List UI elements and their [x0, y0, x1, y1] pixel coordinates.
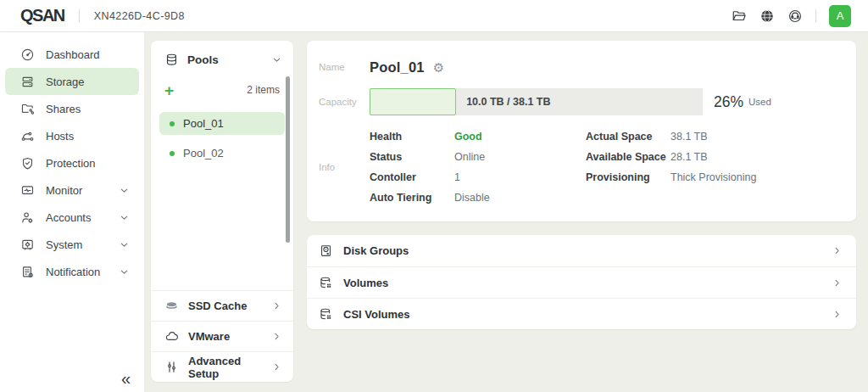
section-vmware[interactable]: VMware — [151, 321, 293, 351]
chevron-right-icon — [832, 310, 842, 319]
volumes-icon — [319, 276, 333, 290]
health-status-value: Good — [454, 131, 482, 143]
hosts-icon — [20, 129, 35, 143]
logo-divider — [79, 9, 80, 22]
sidebar-item-protection[interactable]: Protection — [5, 149, 139, 176]
info-pair-status: Status Online — [370, 147, 586, 167]
section-label: SSD Cache — [188, 300, 263, 312]
chevron-right-icon — [832, 278, 842, 288]
info-pair-label: Available Space — [586, 151, 670, 163]
info-pair-available-space: Available Space 28.1 TB — [586, 147, 756, 167]
section-label: VMware — [188, 330, 263, 343]
info-row: Info Health Good Status Online — [319, 126, 843, 208]
vmware-cloud-icon — [164, 329, 179, 344]
capacity-bar: 10.0 TB / 38.1 TB — [370, 88, 703, 115]
sidebar-item-system[interactable]: System — [5, 231, 139, 258]
chevron-down-icon[interactable] — [272, 55, 281, 64]
add-pool-button[interactable]: + — [164, 82, 174, 98]
avatar[interactable]: A — [829, 5, 851, 27]
info-pair-label: Contoller — [370, 171, 454, 183]
subsection-label: CSI Volumes — [343, 308, 822, 321]
info-pair-label: Health — [370, 131, 454, 143]
sidebar-item-accounts[interactable]: Accounts — [5, 204, 139, 231]
info-column-left: Health Good Status Online Contoller 1 — [370, 126, 586, 208]
pool-name: Pool_01 — [183, 117, 224, 130]
section-advanced-setup[interactable]: Advanced Setup — [151, 351, 293, 382]
disk-groups-row[interactable]: Disk Groups — [307, 235, 856, 266]
sidebar-item-dashboard[interactable]: Dashboard — [5, 41, 139, 68]
subsection-label: Disk Groups — [343, 244, 822, 257]
csi-volumes-row[interactable]: CSI Volumes — [307, 298, 856, 329]
capacity-row: Capacity 10.0 TB / 38.1 TB 26% Used — [319, 88, 843, 115]
pools-database-icon — [164, 53, 179, 67]
protection-icon — [20, 156, 35, 171]
chevron-right-icon — [272, 301, 281, 311]
chevron-down-icon — [120, 267, 129, 277]
shares-icon — [20, 102, 35, 116]
info-grid: Health Good Status Online Contoller 1 — [370, 126, 756, 208]
name-label: Name — [319, 62, 370, 72]
sidebar-item-label: Hosts — [46, 130, 129, 143]
globe-icon[interactable] — [760, 8, 775, 24]
info-pair-auto-tiering: Auto Tiering Disable — [370, 188, 586, 208]
scrollbar[interactable] — [286, 76, 290, 243]
section-ssd-cache[interactable]: SSD Cache — [151, 290, 293, 321]
sidebar-item-label: Shares — [46, 103, 129, 115]
sidebar-item-shares[interactable]: Shares — [5, 95, 139, 122]
topbar-actions: A — [732, 5, 851, 27]
pools-toolbar: + 2 items — [151, 78, 293, 102]
volumes-row[interactable]: Volumes — [307, 266, 856, 298]
info-column-right: Actual Space 38.1 TB Available Space 28.… — [586, 126, 756, 208]
device-name: XN4226D-4C-9D8 — [94, 10, 185, 22]
content-area: Pools + 2 items Pool_01 Pool_02 — [144, 32, 868, 392]
section-label: Advanced Setup — [188, 355, 263, 380]
sidebar-item-notification[interactable]: Notification — [5, 258, 139, 285]
sidebar-item-storage[interactable]: Storage — [5, 68, 139, 95]
info-label: Info — [319, 162, 370, 172]
info-pair-label: Actual Space — [586, 131, 670, 143]
sidebar-item-monitor[interactable]: Monitor — [5, 176, 139, 204]
capacity-fill — [370, 88, 456, 115]
info-pair-value: 38.1 TB — [670, 131, 708, 143]
info-pair-label: Status — [370, 151, 454, 163]
info-pair-health: Health Good — [370, 126, 586, 147]
pool-info-card: Name Pool_01 ⚙ Capacity 10.0 TB / 38.1 T… — [307, 41, 856, 221]
sidebar-item-label: Notification — [46, 266, 108, 278]
system-icon — [20, 238, 35, 252]
sidebar-collapse-button[interactable]: « — [121, 370, 131, 387]
capacity-used-label: Used — [748, 97, 771, 107]
support-icon[interactable] — [787, 8, 803, 24]
pools-count: 2 items — [247, 84, 280, 96]
info-pair-label: Auto Tiering — [370, 192, 454, 204]
pools-title: Pools — [187, 53, 264, 66]
sidebar: Dashboard Storage Shares Hosts Protectio — [0, 32, 144, 392]
name-row: Name Pool_01 ⚙ — [319, 53, 843, 81]
sidebar-item-label: Monitor — [46, 184, 108, 197]
sidebar-item-label: Dashboard — [46, 48, 129, 61]
pool-name-value: Pool_01 — [370, 59, 425, 76]
sidebar-item-hosts[interactable]: Hosts — [5, 122, 139, 149]
info-pair-value: Thick Provisioning — [670, 171, 756, 183]
folder-icon[interactable] — [732, 8, 747, 24]
chevron-right-icon — [832, 246, 842, 255]
storage-icon — [20, 75, 35, 89]
gear-icon[interactable]: ⚙ — [433, 61, 444, 74]
csi-volumes-icon — [319, 307, 333, 322]
chevron-down-icon — [120, 213, 129, 222]
pool-list-item-pool01[interactable]: Pool_01 — [159, 112, 285, 135]
capacity-label: Capacity — [319, 97, 370, 107]
info-pair-provisioning: Provisioning Thick Provisioning — [586, 167, 756, 188]
pool-list-item-pool02[interactable]: Pool_02 — [159, 142, 285, 165]
dashboard-icon — [20, 48, 35, 62]
sidebar-item-label: Accounts — [46, 211, 108, 224]
capacity-percent: 26% — [714, 93, 743, 111]
info-pair-value: 28.1 TB — [670, 151, 708, 163]
main-layout: Dashboard Storage Shares Hosts Protectio — [0, 32, 868, 392]
top-bar: QSAN XN4226D-4C-9D8 A — [0, 0, 868, 32]
info-pair-label: Provisioning — [586, 171, 670, 183]
subsection-label: Volumes — [343, 277, 822, 289]
monitor-icon — [20, 183, 35, 198]
ssd-cache-icon — [164, 299, 179, 313]
chevron-right-icon — [272, 362, 281, 372]
pools-header[interactable]: Pools — [151, 41, 293, 78]
